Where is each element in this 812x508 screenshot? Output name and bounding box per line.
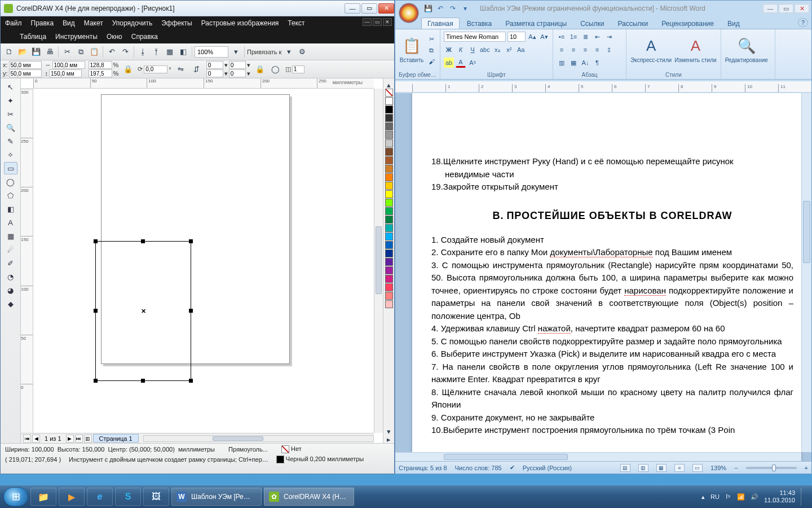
tray-show-hidden-button[interactable]: ▴ <box>701 493 705 501</box>
paste-button[interactable]: 📋 <box>88 46 100 58</box>
color-swatch[interactable] <box>385 122 393 130</box>
quick-styles-button[interactable]: AЭкспресс-стили <box>630 32 672 69</box>
word-vertical-scrollbar[interactable] <box>801 93 811 452</box>
redo-button[interactable]: ↷ <box>119 46 131 58</box>
bold-button[interactable]: Ж <box>444 45 454 55</box>
horizontal-ruler[interactable]: 0 50 100 150 200 250 <box>33 78 374 89</box>
word-maximize-button[interactable]: ▭ <box>779 4 793 13</box>
menu-table[interactable]: Таблица <box>20 33 46 41</box>
clear-format-button[interactable]: Aᵡ <box>467 58 478 68</box>
scale-y-input[interactable] <box>89 69 112 77</box>
paste-button[interactable]: 📋Вставить <box>399 32 425 69</box>
italic-button[interactable]: К <box>456 45 466 55</box>
rectangle-tool[interactable]: ▭ <box>4 162 17 174</box>
word-page[interactable]: 18.Щёлкните инструмент Руку (Hand) и с е… <box>412 93 801 461</box>
qat-customize-button[interactable]: ▾ <box>461 4 470 13</box>
tray-flag-icon[interactable]: 🏳 <box>725 493 731 500</box>
text-tool[interactable]: A <box>4 216 17 229</box>
zoom-slider-thumb[interactable] <box>772 465 776 471</box>
outline-tool[interactable]: ◔ <box>4 270 17 283</box>
show-desktop-button[interactable] <box>801 488 805 506</box>
font-name-input[interactable] <box>444 32 506 42</box>
handle-br[interactable] <box>189 379 193 383</box>
table-tool[interactable]: ▦ <box>4 230 17 242</box>
taskbar-pictures-button[interactable]: 🖼 <box>143 488 169 506</box>
undo-button[interactable]: ↶ <box>105 46 118 58</box>
color-swatch[interactable] <box>385 190 393 198</box>
tab-insert[interactable]: Вставка <box>461 17 498 29</box>
menu-bitmaps[interactable]: Растровые изображения <box>201 19 279 27</box>
color-swatch[interactable] <box>385 207 393 215</box>
color-swatch[interactable] <box>385 139 393 147</box>
help-button[interactable]: ? <box>798 18 808 27</box>
menu-edit[interactable]: Правка <box>31 19 54 27</box>
obj-height-input[interactable] <box>49 69 82 77</box>
palette-scroll-down-button[interactable]: ▾ <box>383 427 395 435</box>
smart-fill-tool[interactable]: ✧ <box>4 148 17 161</box>
freehand-tool[interactable]: ✎ <box>4 135 17 147</box>
corner-bl-input[interactable] <box>206 69 223 77</box>
to-curves-button[interactable]: ◯ <box>270 63 282 76</box>
palette-scroll-up-button[interactable]: ▴ <box>383 81 395 89</box>
corner-tl-input[interactable] <box>206 61 223 69</box>
borders-button[interactable]: ▦ <box>568 58 579 68</box>
outline-view-button[interactable]: ≡ <box>674 464 685 472</box>
word-minimize-button[interactable]: — <box>763 4 778 13</box>
proofing-icon[interactable]: ✔ <box>510 464 515 471</box>
menu-file[interactable]: Файл <box>5 19 22 27</box>
basic-shapes-tool[interactable]: ◧ <box>4 203 17 215</box>
subscript-button[interactable]: x₂ <box>492 45 502 55</box>
font-size-input[interactable] <box>508 32 526 42</box>
first-page-button[interactable]: ⏮ <box>23 435 31 443</box>
page-indicator[interactable]: Страница: 5 из 8 <box>399 465 447 471</box>
tray-volume-icon[interactable]: 🔊 <box>751 493 758 501</box>
corner-tr-input[interactable] <box>229 61 246 69</box>
obj-y-input[interactable] <box>9 69 42 77</box>
vertical-ruler[interactable]: 300 250 200 150 100 50 0 <box>21 89 33 433</box>
ellipse-tool[interactable]: ◯ <box>4 176 17 188</box>
selected-rectangle[interactable]: ✕ <box>95 241 191 381</box>
increase-indent-button[interactable]: ⇥ <box>604 32 614 42</box>
qat-undo-button[interactable]: ↶ <box>436 4 445 13</box>
change-case-button[interactable]: Aa <box>516 45 526 55</box>
color-swatch[interactable] <box>385 233 393 240</box>
strike-button[interactable]: abc <box>479 45 491 55</box>
menu-help[interactable]: Справка <box>131 33 158 41</box>
taskbar-skype-button[interactable]: S <box>115 488 141 506</box>
font-color-button[interactable]: A <box>456 58 466 68</box>
zoom-dropdown-button[interactable]: ▾ <box>230 46 242 58</box>
corel-horizontal-scrollbar[interactable] <box>143 435 374 442</box>
last-page-button[interactable]: ⏭ <box>75 435 83 443</box>
underline-button[interactable]: Ч <box>467 45 478 55</box>
superscript-button[interactable]: x² <box>504 45 514 55</box>
show-marks-button[interactable]: ¶ <box>592 58 602 68</box>
lock-ratio-button[interactable]: 🔒 <box>122 63 134 76</box>
highlight-button[interactable]: ab <box>444 58 454 68</box>
interactive-tool[interactable]: ☄ <box>4 243 17 256</box>
handle-bc[interactable] <box>141 379 145 383</box>
prev-page-button[interactable]: ◀ <box>32 435 40 443</box>
draft-view-button[interactable]: ▭ <box>692 464 703 472</box>
tab-mailings[interactable]: Рассылки <box>611 17 654 29</box>
color-swatch[interactable] <box>385 249 393 257</box>
taskbar-ie-button[interactable]: e <box>87 488 113 506</box>
fill-tool[interactable]: ◕ <box>4 284 17 296</box>
shape-tool[interactable]: ✦ <box>4 94 17 107</box>
tab-pagelayout[interactable]: Разметка страницы <box>499 17 573 29</box>
shrink-font-button[interactable]: A▾ <box>539 32 549 42</box>
align-left-button[interactable]: ≡ <box>557 45 567 55</box>
page-tab[interactable]: Страница 1 <box>93 434 139 443</box>
system-tray[interactable]: ▴ RU 🏳 📶 🔊 11:43 11.03.2010 <box>701 488 809 506</box>
taskbar-explorer-button[interactable]: 📁 <box>30 488 56 506</box>
menu-window[interactable]: Окно <box>107 33 122 41</box>
wrap-input[interactable] <box>292 65 304 73</box>
zoom-level-input[interactable] <box>195 46 228 58</box>
word-ruler[interactable]: 1 2 3 4 5 6 7 8 9 10 11 <box>395 81 811 93</box>
color-swatch[interactable] <box>385 97 393 105</box>
color-swatch[interactable] <box>385 275 393 283</box>
obj-x-input[interactable] <box>9 61 42 69</box>
justify-button[interactable]: ≡ <box>592 45 602 55</box>
fullscreen-view-button[interactable]: ▥ <box>638 464 648 472</box>
corel-canvas[interactable]: ✕ <box>33 89 374 433</box>
qat-redo-button[interactable]: ↷ <box>448 4 457 13</box>
